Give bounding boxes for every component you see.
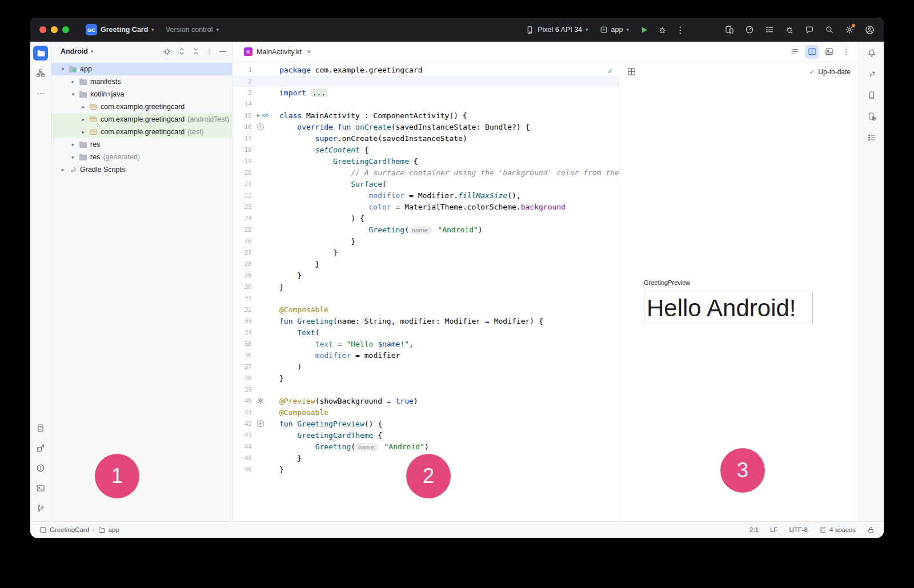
chevron-right-icon[interactable]: ▸ — [79, 129, 88, 135]
line-number[interactable]: 24 — [232, 215, 252, 222]
expand-all-icon[interactable] — [178, 47, 186, 55]
close-tab-icon[interactable]: × — [307, 47, 311, 56]
notifications-button[interactable] — [864, 46, 879, 61]
build-tool-button[interactable] — [33, 441, 48, 456]
line-number[interactable]: 29 — [232, 272, 252, 279]
line-number[interactable]: 2 — [232, 78, 252, 85]
code-line[interactable]: 30} — [232, 281, 619, 292]
chevron-right-icon[interactable]: ▸ — [69, 79, 78, 84]
line-separator[interactable]: LF — [770, 526, 777, 533]
code-line[interactable]: 35 text = "Hello $name!", — [232, 338, 619, 349]
line-number[interactable]: 3 — [232, 89, 252, 96]
line-number[interactable]: 19 — [232, 158, 252, 165]
code-line[interactable]: 41@Composable — [232, 406, 619, 418]
problems-tool-button[interactable] — [33, 461, 48, 476]
profiler-button[interactable] — [742, 22, 757, 37]
code-line[interactable]: 33fun Greeting(name: String, modifier: M… — [232, 315, 619, 327]
code-line[interactable]: 31 — [232, 292, 619, 304]
code-line[interactable]: 34 Text( — [232, 327, 619, 338]
write-access-lock-icon[interactable] — [867, 526, 875, 534]
panel-options-icon[interactable]: ⋮ — [206, 47, 213, 55]
more-actions-button[interactable]: ⋮ — [673, 22, 688, 37]
gutter-override-icon[interactable]: ↑ — [257, 123, 264, 130]
line-number[interactable]: 25 — [232, 226, 252, 233]
chevron-right-icon[interactable]: ▸ — [79, 104, 88, 110]
line-number[interactable]: 27 — [232, 249, 252, 256]
line-number[interactable]: 26 — [232, 237, 252, 245]
code-line[interactable]: 44 Greeting(name: "Android") — [232, 441, 619, 452]
line-number[interactable]: 32 — [232, 306, 252, 313]
more-tool-windows-button[interactable]: ⋯ — [33, 86, 48, 100]
code-line[interactable]: 45 } — [232, 452, 619, 464]
gemini-assistant-button[interactable] — [802, 22, 817, 37]
structure-tool-button[interactable] — [864, 130, 879, 145]
chevron-right-icon[interactable]: ▸ — [79, 116, 88, 122]
line-number[interactable]: 15 — [232, 112, 252, 119]
device-mirroring-button[interactable] — [722, 22, 737, 37]
code-view-icon[interactable] — [788, 45, 801, 59]
code-line[interactable]: 38} — [232, 372, 619, 384]
line-number[interactable]: 20 — [232, 169, 252, 176]
hide-panel-icon[interactable]: — — [219, 47, 226, 55]
debug-button[interactable] — [655, 22, 670, 37]
indent-style[interactable]: 4 spaces — [819, 526, 856, 534]
design-view-icon[interactable] — [822, 45, 836, 59]
chevron-down-icon[interactable]: ▾ — [58, 66, 67, 72]
line-number[interactable]: 40 — [232, 397, 252, 405]
code-line[interactable]: 43 GreetingCardTheme { — [232, 429, 619, 441]
line-number[interactable]: 37 — [232, 363, 252, 370]
code-line[interactable]: 39 — [232, 384, 619, 395]
code-line[interactable]: 27 } — [232, 247, 619, 258]
code-line[interactable]: 46} — [232, 464, 619, 475]
chevron-right-icon[interactable]: ▸ — [69, 142, 78, 147]
line-number[interactable]: 39 — [232, 386, 252, 393]
line-number[interactable]: 23 — [232, 203, 252, 211]
line-number[interactable]: 33 — [232, 317, 252, 325]
file-encoding[interactable]: UTF-8 — [789, 526, 808, 533]
locate-file-icon[interactable] — [163, 47, 171, 56]
code-line[interactable]: 19 GreetingCardTheme { — [232, 155, 619, 167]
tree-row[interactable]: ▸res(generated) — [51, 151, 232, 163]
line-number[interactable]: 38 — [232, 374, 252, 382]
tab-mainactivity[interactable]: K MainActivity.kt × — [238, 42, 317, 62]
code-line[interactable]: 23 color = MaterialTheme.colorScheme.bac… — [232, 201, 619, 212]
device-manager-button[interactable] — [864, 109, 879, 124]
code-line[interactable]: 40@Preview(showBackground = true) — [232, 395, 619, 406]
tree-row[interactable]: ▸manifests — [51, 75, 232, 88]
code-line[interactable]: 25 Greeting(name: "Android") — [232, 224, 619, 235]
code-line[interactable]: 17 super.onCreate(savedInstanceState) — [232, 132, 619, 144]
line-number[interactable]: 14 — [232, 100, 252, 108]
tree-row[interactable]: ▸Gradle Scripts — [51, 163, 232, 176]
caret-position[interactable]: 2:1 — [749, 526, 759, 533]
code-line[interactable]: 20 // A surface container using the 'bac… — [232, 167, 619, 178]
line-number[interactable]: 18 — [232, 146, 252, 154]
close-window-button[interactable] — [39, 26, 46, 33]
code-line[interactable]: 26 } — [232, 235, 619, 247]
minimize-window-button[interactable] — [51, 26, 58, 33]
project-tool-button[interactable] — [33, 46, 48, 61]
line-number[interactable]: 43 — [232, 432, 252, 439]
tree-row[interactable]: ▾app — [51, 63, 232, 75]
tree-row[interactable]: ▸com.example.greetingcard — [51, 100, 232, 113]
version-control-tool-button[interactable] — [33, 501, 48, 515]
code-line[interactable]: 2 — [232, 75, 619, 87]
breadcrumb-module[interactable]: app — [98, 526, 119, 534]
editor-more-icon[interactable]: ⋮ — [839, 45, 853, 59]
line-number[interactable]: 28 — [232, 260, 252, 268]
settings-button[interactable] — [842, 22, 857, 37]
preview-status[interactable]: ✓ Up-to-date — [809, 68, 851, 76]
code-editor[interactable]: 1package com.example.greetingcard23impor… — [232, 62, 619, 521]
todo-list-button[interactable] — [762, 22, 777, 37]
line-number[interactable]: 22 — [232, 192, 252, 199]
code-line[interactable]: 32@Composable — [232, 304, 619, 315]
preview-canvas[interactable]: GreetingPreview Hello Android! — [619, 81, 859, 521]
line-number[interactable]: 31 — [232, 295, 252, 302]
line-number[interactable]: 17 — [232, 135, 252, 142]
terminal-tool-button[interactable] — [33, 481, 48, 496]
run-config-selector[interactable]: app ▾ — [596, 23, 633, 36]
line-number[interactable]: 1 — [232, 66, 252, 74]
code-line[interactable]: 29 } — [232, 269, 619, 281]
project-view-selector[interactable]: Android ▾ — [61, 47, 93, 55]
chevron-down-icon[interactable]: ▾ — [69, 91, 78, 97]
tree-row[interactable]: ▾kotlin+java — [51, 88, 232, 100]
